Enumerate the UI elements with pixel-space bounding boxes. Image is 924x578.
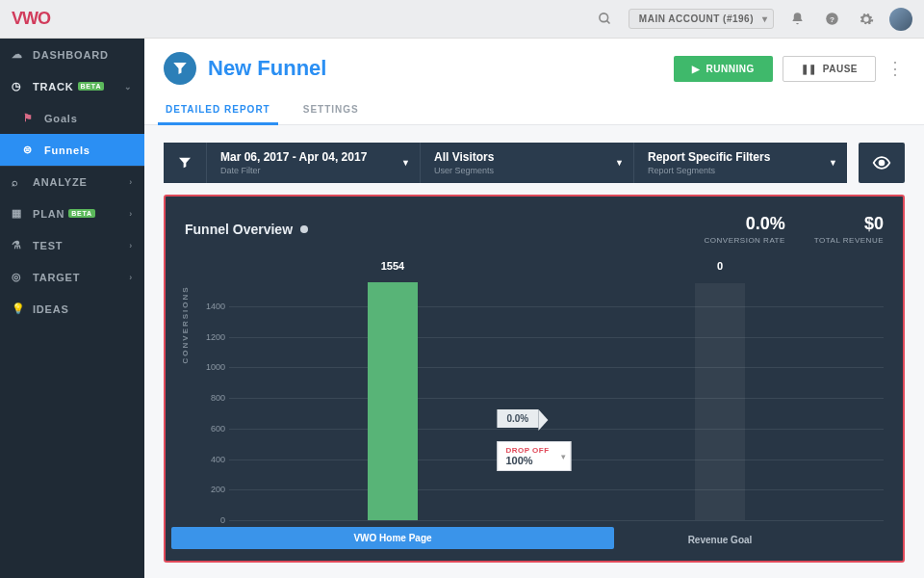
account-selector[interactable]: MAIN ACCOUNT (#196): [629, 9, 774, 29]
funnel-icon: ⊜: [23, 144, 37, 156]
funnel-overview-card: Funnel Overview 0.0% CONVERSION RATE $0 …: [164, 195, 905, 563]
chevron-right-icon: ›: [129, 209, 133, 219]
calendar-icon: ▦: [12, 207, 25, 220]
sidebar-item-plan[interactable]: ▦ PLAN BETA ›: [0, 197, 144, 229]
sidebar: ☁ DASHBOARD ◷ TRACK BETA ⌄ ⚑ Goals ⊜ Fun…: [0, 39, 144, 578]
clock-icon: ◷: [12, 80, 25, 92]
date-filter-value: Mar 06, 2017 - Apr 04, 2017: [220, 150, 406, 164]
y-tick: 0: [196, 515, 225, 525]
tab-settings[interactable]: SETTINGS: [301, 96, 361, 124]
y-tick: 600: [196, 424, 225, 434]
sidebar-item-test[interactable]: ⚗ TEST ›: [0, 229, 144, 261]
total-revenue-value: $0: [814, 214, 884, 234]
avatar[interactable]: [889, 8, 912, 31]
sidebar-item-funnels[interactable]: ⊜ Funnels: [0, 134, 144, 166]
target-icon: ◎: [12, 271, 25, 283]
sidebar-label: Funnels: [44, 144, 90, 156]
tab-detailed-report[interactable]: DETAILED REPORT: [164, 96, 272, 124]
svg-line-1: [607, 20, 610, 23]
beta-badge: BETA: [68, 209, 95, 218]
overview-title: Funnel Overview: [185, 222, 293, 237]
y-tick: 1400: [196, 302, 225, 311]
y-tick: 1000: [196, 362, 225, 372]
filter-icon[interactable]: [164, 143, 206, 183]
funnel-bar[interactable]: [695, 283, 745, 520]
filter-bar: Mar 06, 2017 - Apr 04, 2017 Date Filter …: [144, 125, 924, 195]
pause-button[interactable]: ❚❚ PAUSE: [783, 56, 876, 82]
sidebar-label: ANALYZE: [33, 176, 88, 188]
flask-icon: ⚗: [12, 239, 25, 251]
y-tick: 1200: [196, 332, 225, 342]
segment-filter[interactable]: All Visitors User Segments ▼: [420, 143, 633, 183]
dropoff-value: 100%: [505, 455, 549, 466]
bell-icon[interactable]: [785, 8, 808, 31]
step-label[interactable]: VWO Home Page: [171, 527, 614, 549]
conversion-rate-label: CONVERSION RATE: [705, 236, 785, 245]
transition-percent: 0.0%: [497, 409, 538, 428]
bar-value: 1554: [229, 260, 556, 272]
sidebar-item-ideas[interactable]: 💡 IDEAS: [0, 293, 144, 325]
step-label[interactable]: Revenue Goal: [556, 535, 884, 545]
page-title: New Funnel: [208, 56, 326, 81]
caret-down-icon: ▼: [401, 158, 410, 168]
y-tick: 800: [196, 393, 225, 403]
y-tick: 400: [196, 455, 225, 464]
chevron-down-icon: ⌄: [124, 82, 133, 92]
more-menu-icon[interactable]: ⋮: [886, 58, 905, 79]
segment-filter-value: All Visitors: [434, 150, 620, 164]
date-filter[interactable]: Mar 06, 2017 - Apr 04, 2017 Date Filter …: [206, 143, 420, 183]
report-filter-value: Report Specific Filters: [648, 150, 834, 164]
conversion-rate-metric: 0.0% CONVERSION RATE: [705, 214, 785, 245]
logo: VWO: [12, 9, 50, 29]
sidebar-label: DASHBOARD: [33, 49, 109, 61]
caret-down-icon: ▼: [829, 158, 837, 168]
visibility-toggle[interactable]: [859, 143, 905, 183]
svg-point-0: [600, 13, 608, 22]
sidebar-label: IDEAS: [33, 303, 69, 315]
svg-point-4: [880, 161, 885, 166]
help-icon[interactable]: ?: [820, 8, 843, 31]
report-filter[interactable]: Report Specific Filters Report Segments …: [633, 143, 847, 183]
sidebar-label: TRACK: [33, 81, 74, 92]
bulb-icon: 💡: [12, 302, 25, 315]
svg-text:?: ?: [830, 15, 834, 24]
gear-icon[interactable]: [855, 8, 878, 31]
bar-value: 0: [556, 260, 884, 272]
play-icon: ▶: [692, 64, 701, 74]
total-revenue-label: TOTAL REVENUE: [814, 236, 884, 245]
pause-icon: ❚❚: [801, 64, 817, 74]
segment-filter-label: User Segments: [434, 166, 620, 175]
y-tick: 200: [196, 485, 225, 494]
running-label: RUNNING: [706, 64, 755, 74]
total-revenue-metric: $0 TOTAL REVENUE: [814, 214, 884, 245]
sidebar-label: TEST: [33, 240, 63, 251]
beta-badge: BETA: [78, 82, 105, 91]
flag-icon: ⚑: [23, 112, 37, 124]
dropoff-indicator: 0.0% DROP OFF 100%: [497, 408, 571, 471]
chevron-right-icon: ›: [129, 273, 133, 282]
funnel-bar[interactable]: [368, 282, 418, 520]
pause-label: PAUSE: [823, 64, 858, 74]
conversion-rate-value: 0.0%: [705, 214, 785, 234]
status-dot-icon: [300, 225, 308, 233]
dropoff-selector[interactable]: DROP OFF 100%: [497, 441, 571, 471]
sidebar-item-dashboard[interactable]: ☁ DASHBOARD: [0, 39, 144, 70]
sidebar-item-target[interactable]: ◎ TARGET ›: [0, 261, 144, 293]
sidebar-item-analyze[interactable]: ⌕ ANALYZE ›: [0, 167, 144, 197]
sidebar-label: TARGET: [33, 272, 80, 283]
search-icon[interactable]: [594, 8, 617, 31]
running-button[interactable]: ▶ RUNNING: [674, 56, 773, 82]
caret-down-icon: ▼: [615, 158, 624, 168]
y-axis-label: CONVERSIONS: [181, 285, 190, 363]
page-header: New Funnel ▶ RUNNING ❚❚ PAUSE ⋮ DETAILED…: [144, 39, 924, 125]
chevron-right-icon: ›: [129, 177, 133, 187]
sidebar-label: PLAN: [33, 208, 64, 220]
report-filter-label: Report Segments: [648, 166, 834, 175]
magnify-icon: ⌕: [12, 176, 25, 188]
sidebar-label: Goals: [44, 113, 78, 124]
chevron-right-icon: ›: [129, 241, 133, 250]
funnel-chart: CONVERSIONS 0200400600800100012001400 15…: [185, 258, 884, 547]
sidebar-item-goals[interactable]: ⚑ Goals: [0, 102, 144, 134]
cloud-icon: ☁: [12, 48, 25, 61]
sidebar-item-track[interactable]: ◷ TRACK BETA ⌄: [0, 70, 144, 102]
